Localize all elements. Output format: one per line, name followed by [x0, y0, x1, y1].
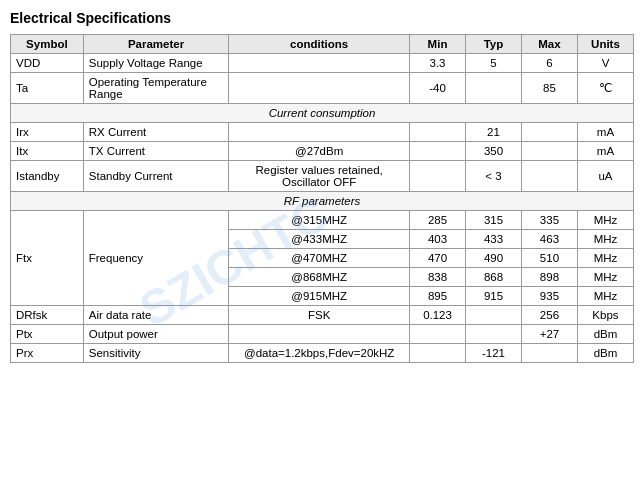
- header-conditions: conditions: [229, 35, 410, 54]
- cell-conditions: [229, 123, 410, 142]
- header-min: Min: [410, 35, 466, 54]
- cell-typ: 915: [466, 287, 522, 306]
- cell-units: mA: [577, 142, 633, 161]
- cell-units: MHz: [577, 287, 633, 306]
- table-row: DRfskAir data rateFSK0.123256Kbps: [11, 306, 634, 325]
- cell-units: mA: [577, 123, 633, 142]
- cell-max: 898: [521, 268, 577, 287]
- cell-conditions: @433MHZ: [229, 230, 410, 249]
- cell-symbol: Ta: [11, 73, 84, 104]
- cell-parameter: Sensitivity: [83, 344, 229, 363]
- cell-units: MHz: [577, 268, 633, 287]
- header-symbol: Symbol: [11, 35, 84, 54]
- cell-min: [410, 123, 466, 142]
- cell-units: MHz: [577, 230, 633, 249]
- cell-conditions: @315MHZ: [229, 211, 410, 230]
- cell-conditions: [229, 54, 410, 73]
- cell-max: 85: [521, 73, 577, 104]
- cell-typ: < 3: [466, 161, 522, 192]
- specs-table-wrapper: SZICHTC Symbol Parameter conditions Min …: [10, 34, 634, 363]
- cell-typ: [466, 306, 522, 325]
- cell-units: dBm: [577, 325, 633, 344]
- cell-units: uA: [577, 161, 633, 192]
- cell-symbol: Istandby: [11, 161, 84, 192]
- cell-typ: 315: [466, 211, 522, 230]
- cell-min: 470: [410, 249, 466, 268]
- header-max: Max: [521, 35, 577, 54]
- cell-units: MHz: [577, 249, 633, 268]
- electrical-specs-table: Symbol Parameter conditions Min Typ Max …: [10, 34, 634, 363]
- cell-symbol: Irx: [11, 123, 84, 142]
- cell-max: 935: [521, 287, 577, 306]
- cell-symbol: Itx: [11, 142, 84, 161]
- cell-symbol: Ptx: [11, 325, 84, 344]
- cell-max: [521, 123, 577, 142]
- cell-conditions: Register values retained, Oscillator OFF: [229, 161, 410, 192]
- cell-symbol: VDD: [11, 54, 84, 73]
- cell-min: 0.123: [410, 306, 466, 325]
- cell-typ: 350: [466, 142, 522, 161]
- cell-typ: [466, 325, 522, 344]
- cell-max: [521, 344, 577, 363]
- cell-conditions: @data=1.2kbps,Fdev=20kHZ: [229, 344, 410, 363]
- cell-units: Kbps: [577, 306, 633, 325]
- cell-conditions: [229, 325, 410, 344]
- section-header-cell: RF parameters: [11, 192, 634, 211]
- cell-parameter: Standby Current: [83, 161, 229, 192]
- cell-conditions: @915MHZ: [229, 287, 410, 306]
- table-row: FtxFrequency@315MHZ285315335MHz: [11, 211, 634, 230]
- page-title: Electrical Specifications: [10, 10, 634, 26]
- cell-units: dBm: [577, 344, 633, 363]
- cell-parameter: Air data rate: [83, 306, 229, 325]
- cell-max: [521, 161, 577, 192]
- cell-parameter: Output power: [83, 325, 229, 344]
- cell-max: 510: [521, 249, 577, 268]
- table-row: TaOperating Temperature Range-4085℃: [11, 73, 634, 104]
- cell-conditions: [229, 73, 410, 104]
- header-parameter: Parameter: [83, 35, 229, 54]
- cell-parameter: TX Current: [83, 142, 229, 161]
- table-row: PrxSensitivity@data=1.2kbps,Fdev=20kHZ-1…: [11, 344, 634, 363]
- table-row: IstandbyStandby CurrentRegister values r…: [11, 161, 634, 192]
- cell-typ: 868: [466, 268, 522, 287]
- cell-typ: 21: [466, 123, 522, 142]
- cell-max: 335: [521, 211, 577, 230]
- cell-max: [521, 142, 577, 161]
- cell-max: 256: [521, 306, 577, 325]
- cell-min: 838: [410, 268, 466, 287]
- section-header-cell: Current consumption: [11, 104, 634, 123]
- cell-typ: 433: [466, 230, 522, 249]
- table-row: VDDSupply Voltage Range3.356V: [11, 54, 634, 73]
- table-row: IrxRX Current21mA: [11, 123, 634, 142]
- cell-min: -40: [410, 73, 466, 104]
- cell-parameter: Frequency: [83, 211, 229, 306]
- cell-min: 285: [410, 211, 466, 230]
- cell-min: 895: [410, 287, 466, 306]
- cell-max: +27: [521, 325, 577, 344]
- table-row: PtxOutput power+27dBm: [11, 325, 634, 344]
- cell-symbol: Prx: [11, 344, 84, 363]
- cell-typ: [466, 73, 522, 104]
- header-typ: Typ: [466, 35, 522, 54]
- cell-symbol: Ftx: [11, 211, 84, 306]
- cell-min: [410, 161, 466, 192]
- cell-conditions: @470MHZ: [229, 249, 410, 268]
- cell-min: [410, 325, 466, 344]
- header-units: Units: [577, 35, 633, 54]
- cell-units: MHz: [577, 211, 633, 230]
- cell-parameter: Supply Voltage Range: [83, 54, 229, 73]
- cell-units: ℃: [577, 73, 633, 104]
- cell-typ: 5: [466, 54, 522, 73]
- cell-max: 6: [521, 54, 577, 73]
- table-row: ItxTX Current@27dBm350mA: [11, 142, 634, 161]
- cell-units: V: [577, 54, 633, 73]
- cell-parameter: Operating Temperature Range: [83, 73, 229, 104]
- cell-min: 3.3: [410, 54, 466, 73]
- cell-max: 463: [521, 230, 577, 249]
- cell-min: [410, 344, 466, 363]
- cell-typ: -121: [466, 344, 522, 363]
- cell-parameter: RX Current: [83, 123, 229, 142]
- cell-conditions: @868MHZ: [229, 268, 410, 287]
- cell-typ: 490: [466, 249, 522, 268]
- cell-conditions: @27dBm: [229, 142, 410, 161]
